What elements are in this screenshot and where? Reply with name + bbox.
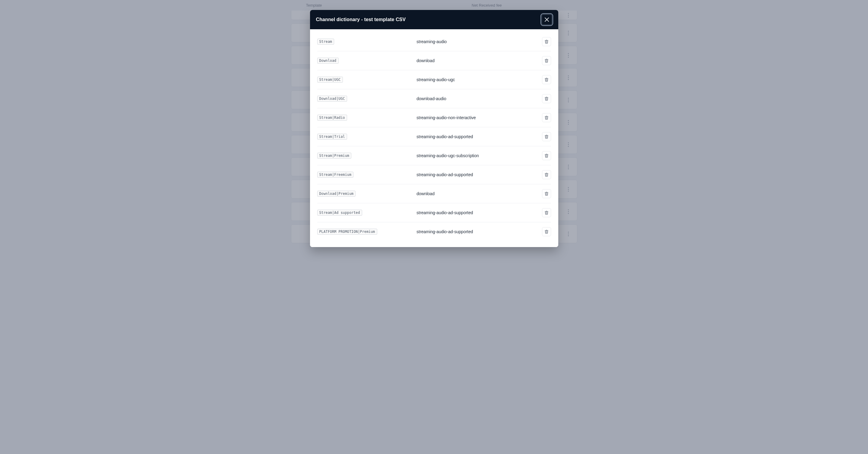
trash-icon bbox=[545, 96, 549, 101]
tag-column: Download|UGC bbox=[317, 96, 417, 102]
delete-button[interactable] bbox=[542, 170, 551, 179]
trash-icon bbox=[545, 173, 549, 177]
tag-column: PLATFORM PROMOTION|Premium bbox=[317, 229, 417, 235]
tag-column: Download bbox=[317, 58, 417, 64]
action-column bbox=[539, 56, 551, 65]
action-column bbox=[539, 94, 551, 103]
dictionary-row: Download|Premiumdownload bbox=[317, 184, 551, 203]
action-column bbox=[539, 37, 551, 46]
delete-button[interactable] bbox=[542, 37, 551, 46]
dictionary-row: Downloaddownload bbox=[317, 51, 551, 70]
dictionary-row: PLATFORM PROMOTION|Premiumstreaming-audi… bbox=[317, 222, 551, 241]
tag-column: Stream|UGC bbox=[317, 77, 417, 83]
trash-icon bbox=[545, 135, 549, 139]
mapped-value: streaming-audio-ugc bbox=[417, 77, 539, 82]
mapped-value: streaming-audio-ad-supported bbox=[417, 172, 539, 177]
mapped-value: streaming-audio-ugc-subscription bbox=[417, 153, 539, 158]
dictionary-row: Stream|UGCstreaming-audio-ugc bbox=[317, 70, 551, 89]
trash-icon bbox=[545, 210, 549, 215]
action-column bbox=[539, 132, 551, 141]
dictionary-row: Stream|Trialstreaming-audio-ad-supported bbox=[317, 127, 551, 146]
mapped-value: download bbox=[417, 191, 539, 196]
channel-tag: Stream|Trial bbox=[317, 134, 347, 140]
dictionary-row: Stream|Freemiumstreaming-audio-ad-suppor… bbox=[317, 165, 551, 184]
action-column bbox=[539, 189, 551, 198]
channel-tag: Stream bbox=[317, 38, 334, 45]
tag-column: Stream|Radio bbox=[317, 115, 417, 121]
channel-tag: Stream|Premium bbox=[317, 153, 351, 159]
dictionary-row: Streamstreaming-audio bbox=[317, 32, 551, 51]
modal-title: Channel dictionary - test template CSV bbox=[316, 17, 406, 22]
trash-icon bbox=[545, 39, 549, 44]
channel-tag: Download|Premium bbox=[317, 191, 356, 197]
trash-icon bbox=[545, 59, 549, 63]
delete-button[interactable] bbox=[542, 227, 551, 236]
mapped-value: streaming-audio-ad-supported bbox=[417, 210, 539, 215]
channel-tag: Stream|Radio bbox=[317, 115, 347, 121]
action-column bbox=[539, 170, 551, 179]
channel-tag: Download|UGC bbox=[317, 96, 347, 102]
dictionary-row: Stream|Ad supportedstreaming-audio-ad-su… bbox=[317, 203, 551, 222]
action-column bbox=[539, 75, 551, 84]
mapped-value: download-audio bbox=[417, 96, 539, 101]
delete-button[interactable] bbox=[542, 94, 551, 103]
action-column bbox=[539, 151, 551, 160]
delete-button[interactable] bbox=[542, 75, 551, 84]
action-column bbox=[539, 208, 551, 217]
dictionary-row: Stream|Premiumstreaming-audio-ugc-subscr… bbox=[317, 146, 551, 165]
tag-column: Stream|Freemium bbox=[317, 172, 417, 178]
delete-button[interactable] bbox=[542, 132, 551, 141]
channel-tag: Download bbox=[317, 58, 339, 64]
close-icon bbox=[545, 18, 549, 22]
trash-icon bbox=[545, 153, 549, 158]
dictionary-row: Download|UGCdownload-audio bbox=[317, 89, 551, 108]
mapped-value: streaming-audio-ad-supported bbox=[417, 229, 539, 234]
dictionary-row: Stream|Radiostreaming-audio-non-interact… bbox=[317, 108, 551, 127]
action-column bbox=[539, 227, 551, 236]
channel-dictionary-modal: Channel dictionary - test template CSV S… bbox=[310, 10, 558, 247]
tag-column: Download|Premium bbox=[317, 191, 417, 197]
channel-tag: Stream|Freemium bbox=[317, 172, 354, 178]
mapped-value: streaming-audio-ad-supported bbox=[417, 134, 539, 139]
delete-button[interactable] bbox=[542, 208, 551, 217]
action-column bbox=[539, 113, 551, 122]
channel-tag: Stream|Ad supported bbox=[317, 210, 362, 216]
mapped-value: streaming-audio bbox=[417, 39, 539, 44]
modal-body: Streamstreaming-audioDownloaddownloadStr… bbox=[310, 29, 558, 247]
mapped-value: streaming-audio-non-interactive bbox=[417, 115, 539, 120]
mapped-value: download bbox=[417, 58, 539, 63]
delete-button[interactable] bbox=[542, 151, 551, 160]
tag-column: Stream bbox=[317, 38, 417, 45]
trash-icon bbox=[545, 192, 549, 196]
delete-button[interactable] bbox=[542, 56, 551, 65]
delete-button[interactable] bbox=[542, 113, 551, 122]
channel-tag: PLATFORM PROMOTION|Premium bbox=[317, 229, 377, 235]
tag-column: Stream|Trial bbox=[317, 134, 417, 140]
close-button[interactable] bbox=[541, 14, 552, 25]
delete-button[interactable] bbox=[542, 189, 551, 198]
tag-column: Stream|Ad supported bbox=[317, 210, 417, 216]
modal-header: Channel dictionary - test template CSV bbox=[310, 10, 558, 29]
trash-icon bbox=[545, 230, 549, 234]
trash-icon bbox=[545, 78, 549, 82]
tag-column: Stream|Premium bbox=[317, 153, 417, 159]
trash-icon bbox=[545, 116, 549, 120]
channel-tag: Stream|UGC bbox=[317, 77, 343, 83]
